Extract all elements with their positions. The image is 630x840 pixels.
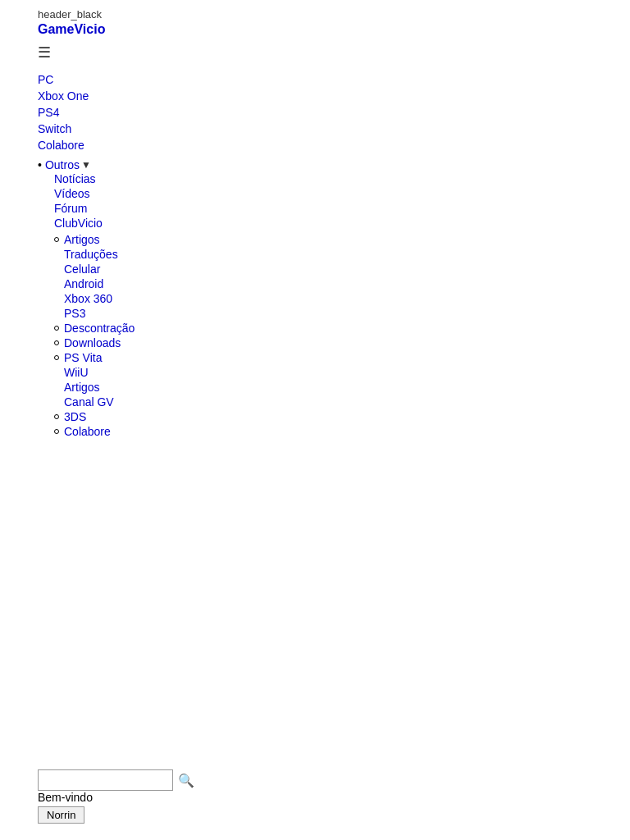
sub-plain-link[interactable]: ClubVicio	[54, 216, 630, 231]
main-nav-anchor[interactable]: PS4	[38, 106, 59, 119]
sub-child-link[interactable]: Artigos	[64, 380, 630, 395]
sub-child-link[interactable]: Android	[64, 276, 630, 291]
sub-child-link[interactable]: Celular	[64, 262, 630, 276]
sub-child-link[interactable]: Xbox 360	[64, 291, 630, 306]
bullet-icon	[54, 340, 59, 345]
sub-plain-link[interactable]: Vídeos	[54, 186, 630, 201]
main-nav-link: Switch	[38, 121, 630, 137]
main-nav-link: Colabore	[38, 137, 630, 153]
header-label: header_black	[0, 0, 630, 22]
sub-children-group: TraduçõesCelularAndroidXbox 360PS3	[54, 247, 630, 321]
search-icon: 🔍	[178, 774, 194, 788]
bullet-icon	[54, 429, 59, 434]
main-nav-anchor[interactable]: PC	[38, 73, 53, 86]
search-area: 🔍	[38, 769, 194, 791]
sub-bulleted-item: Downloads	[54, 336, 630, 350]
search-input[interactable]	[38, 769, 173, 791]
site-title[interactable]: GameVicio	[0, 22, 630, 40]
bullet-icon	[54, 237, 59, 242]
login-button[interactable]: Norrin	[38, 806, 84, 824]
sub-bulleted-item: Colabore	[54, 424, 630, 439]
bullet-icon	[54, 414, 59, 419]
sub-bulleted-item: Descontração	[54, 321, 630, 336]
sub-child-link[interactable]: Canal GV	[64, 395, 630, 409]
welcome-text: Bem-vindo	[38, 791, 93, 804]
main-nav-anchor[interactable]: Switch	[38, 122, 71, 135]
sub-bulleted-item: PS Vita	[54, 350, 630, 365]
sub-children-group: WiiUArtigosCanal GV	[54, 365, 630, 409]
sub-child-link[interactable]: WiiU	[64, 365, 630, 380]
main-nav-link: PC	[38, 71, 630, 88]
sub-bulleted-link[interactable]: Downloads	[64, 336, 121, 349]
dropdown-arrow-icon: ▼	[81, 159, 91, 171]
sub-bulleted-link[interactable]: Descontração	[64, 322, 135, 335]
sub-bulleted-item: Artigos	[54, 232, 630, 247]
others-nav-row: • Outros ▼	[38, 158, 630, 171]
main-nav-anchor[interactable]: Colabore	[38, 139, 84, 152]
search-button[interactable]: 🔍	[178, 773, 194, 788]
main-nav-link: PS4	[38, 104, 630, 121]
hamburger-menu-icon[interactable]: ☰	[0, 40, 630, 68]
sub-bulleted-link[interactable]: Artigos	[64, 233, 100, 246]
sub-bulleted-link[interactable]: Colabore	[64, 425, 111, 438]
sub-child-link[interactable]: PS3	[64, 306, 630, 321]
bullet-icon	[54, 355, 59, 360]
others-bullet: •	[38, 158, 42, 171]
bullet-icon	[54, 326, 59, 331]
main-nav: PCXbox OnePS4SwitchColabore • Outros ▼ N…	[0, 71, 630, 439]
sub-bulleted-link[interactable]: 3DS	[64, 410, 86, 423]
sub-plain-link[interactable]: Fórum	[54, 201, 630, 216]
others-nav-link[interactable]: Outros	[45, 158, 80, 171]
main-nav-link: Xbox One	[38, 88, 630, 104]
sub-bulleted-link[interactable]: PS Vita	[64, 351, 102, 364]
sub-bulleted-item: 3DS	[54, 409, 630, 424]
sub-child-link[interactable]: Traduções	[64, 247, 630, 262]
sub-plain-link[interactable]: Notícias	[54, 171, 630, 186]
main-nav-anchor[interactable]: Xbox One	[38, 89, 89, 103]
